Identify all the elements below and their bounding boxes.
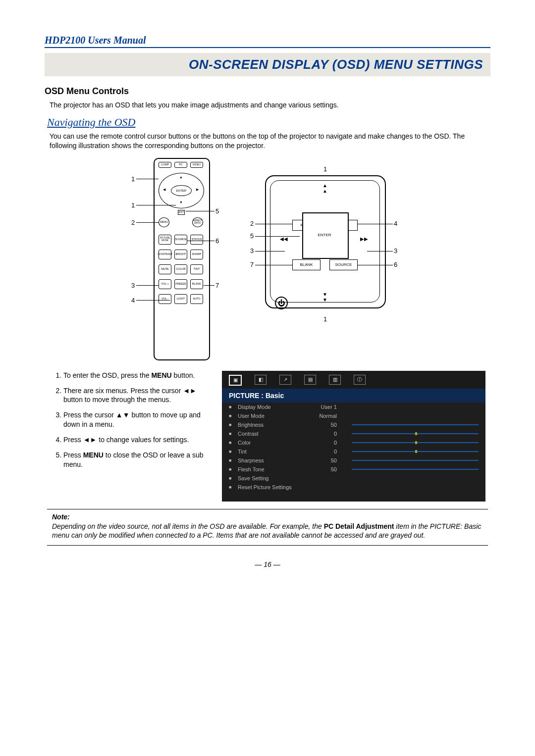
callout-label: 5 xyxy=(250,232,254,240)
osd-row-value: 0 xyxy=(312,440,337,446)
step-5: Press MENU to close the OSD or leave a s… xyxy=(63,451,212,469)
remote-light-button: LIGHT xyxy=(174,294,187,304)
callout-label: 6 xyxy=(394,261,397,268)
callout-label: 7 xyxy=(250,261,254,268)
power-icon: ⏻ xyxy=(275,297,288,309)
remote-pc-button: PC xyxy=(174,162,187,168)
osd-row-value: 0 xyxy=(312,449,337,454)
step-1: To enter the OSD, press the MENU button. xyxy=(63,371,212,380)
remote-blank-button: BLANK xyxy=(190,279,203,289)
remote-exit-button: EXIT xyxy=(178,210,185,215)
note-text: Depending on the video source, not all i… xyxy=(52,522,324,530)
callout-label: 7 xyxy=(215,282,219,289)
osd-slider-bar xyxy=(352,451,479,452)
remote-sharp-button: SHARP xyxy=(190,250,203,259)
remote-contrast-button: CONTRAST xyxy=(159,250,171,259)
osd-row-value: 0 xyxy=(312,431,337,437)
osd-row: ■Display ModeUser 1 xyxy=(222,403,485,411)
chapter-banner: ON-SCREEN DISPLAY (OSD) MENU SETTINGS xyxy=(45,53,490,76)
osd-screenshot: ▣ ◧ ↗ ▤ ▥ ⓘ PICTURE : Basic ■Display Mod… xyxy=(222,371,485,502)
osd-row: ■Sharpness50 xyxy=(222,456,485,465)
remote-diagram: COMP PC VIDEO ENTER ▲ ▼ ◀ ▶ EXIT MENU AS… xyxy=(131,158,220,361)
callout-label: 5 xyxy=(215,207,219,215)
osd-row-label: Sharpness xyxy=(238,457,312,463)
callout-label: 4 xyxy=(131,297,135,304)
page-number: — 16 — xyxy=(45,560,490,568)
panel-source-button: SOURCE xyxy=(329,259,358,270)
down-arrow-icon: ▼▼ xyxy=(322,292,327,302)
manual-title: HDP2100 Users Manual xyxy=(45,35,490,46)
callout-label: 6 xyxy=(215,237,219,245)
osd-row: ■Save Setting xyxy=(222,474,485,483)
osd-row-value: Normal xyxy=(312,413,337,419)
osd-row-value: 50 xyxy=(312,466,337,472)
osd-row-label: Display Mode xyxy=(238,404,312,410)
callout-label: 3 xyxy=(250,247,254,254)
chapter-title: ON-SCREEN DISPLAY (OSD) MENU SETTINGS xyxy=(189,57,483,72)
remote-menu-button: MENU xyxy=(159,217,169,227)
remote-aspect-button: ASPECT RATIO xyxy=(192,217,203,227)
osd-row: ■Tint0 xyxy=(222,447,485,456)
osd-tab-icon: ▥ xyxy=(329,375,341,385)
subheading-navigating: Navigating the OSD xyxy=(47,116,488,129)
osd-row: ■Color0 xyxy=(222,438,485,447)
callout-label: 1 xyxy=(323,315,327,323)
callout-label: 1 xyxy=(131,175,135,183)
remote-voldown-button: VOL - xyxy=(159,294,171,304)
remote-volup-button: VOL + xyxy=(159,279,171,289)
remote-mute-button: MUTE xyxy=(159,264,171,274)
callout-label: 1 xyxy=(323,165,327,173)
left-arrow-icon: ◀ xyxy=(163,188,165,192)
callout-label: 4 xyxy=(394,220,397,227)
step-4: Press ◄► to change values for settings. xyxy=(63,435,212,445)
callout-label: 3 xyxy=(131,282,135,289)
panel-enter-button: ENTER xyxy=(310,231,339,239)
callout-label: 1 xyxy=(131,202,135,209)
osd-tabs: ▣ ◧ ↗ ▤ ▥ ⓘ xyxy=(222,371,485,389)
step-3: Press the cursor ▲▼ button to move up an… xyxy=(63,410,212,429)
osd-slider-bar xyxy=(352,424,479,425)
osd-tab-icon: ▤ xyxy=(304,375,316,385)
osd-row-label: Contrast xyxy=(238,431,312,437)
note-label: Note: xyxy=(52,512,483,522)
callout-label: 2 xyxy=(131,219,135,226)
osd-row-label: Flesh Tone xyxy=(238,466,312,472)
osd-tab-icon: ⓘ xyxy=(354,375,366,385)
osd-row: ■Reset Picture Settings xyxy=(222,483,485,492)
remote-picture-mode-button: PICTURE MODE xyxy=(159,235,171,245)
panel-blank-button: BLANK xyxy=(292,259,321,270)
osd-slider-bar xyxy=(352,469,479,470)
osd-tab-icon: ↗ xyxy=(279,375,291,385)
up-arrow-icon: ▲▲ xyxy=(322,183,327,194)
remote-source-button: SOURCE xyxy=(174,235,187,245)
osd-row-label: User Mode xyxy=(238,413,312,419)
remote-bright-button: BRIGHT xyxy=(174,250,187,259)
header-rule xyxy=(45,47,490,48)
note-term: PC Detail Adjustment xyxy=(324,522,394,530)
osd-row-value: 50 xyxy=(312,422,337,428)
right-arrow-icon: ▶▶ xyxy=(360,236,368,242)
osd-row-label: Color xyxy=(238,440,312,446)
remote-status-button: STATUS xyxy=(190,235,203,245)
remote-enter-button: ENTER xyxy=(171,185,192,196)
remote-video-button: VIDEO xyxy=(190,162,203,168)
figure-area: COMP PC VIDEO ENTER ▲ ▼ ◀ ▶ EXIT MENU AS… xyxy=(45,158,490,361)
down-arrow-icon: ▼ xyxy=(179,201,183,204)
osd-slider-bar xyxy=(352,460,479,461)
osd-row-value: User 1 xyxy=(312,404,337,410)
osd-row-label: Save Setting xyxy=(238,475,312,481)
osd-menu-title: PICTURE : Basic xyxy=(222,389,485,403)
osd-row-label: Tint xyxy=(238,449,312,454)
osd-row: ■Contrast0 xyxy=(222,429,485,438)
remote-auto-button: AUTO xyxy=(190,294,203,304)
osd-tab-picture-icon: ▣ xyxy=(229,375,242,386)
step-2: There are six menus. Press the cursor ◄►… xyxy=(63,386,212,405)
osd-row: ■Brightness50 xyxy=(222,420,485,429)
remote-color-button: COLOR xyxy=(174,264,187,274)
osd-row: ■Flesh Tone50 xyxy=(222,465,485,474)
callout-label: 3 xyxy=(394,247,397,254)
nav-text: You can use the remote control cursor bu… xyxy=(50,132,485,151)
right-arrow-icon: ▶ xyxy=(196,188,199,192)
section-heading: OSD Menu Controls xyxy=(45,86,490,97)
osd-row: ■User ModeNormal xyxy=(222,411,485,420)
